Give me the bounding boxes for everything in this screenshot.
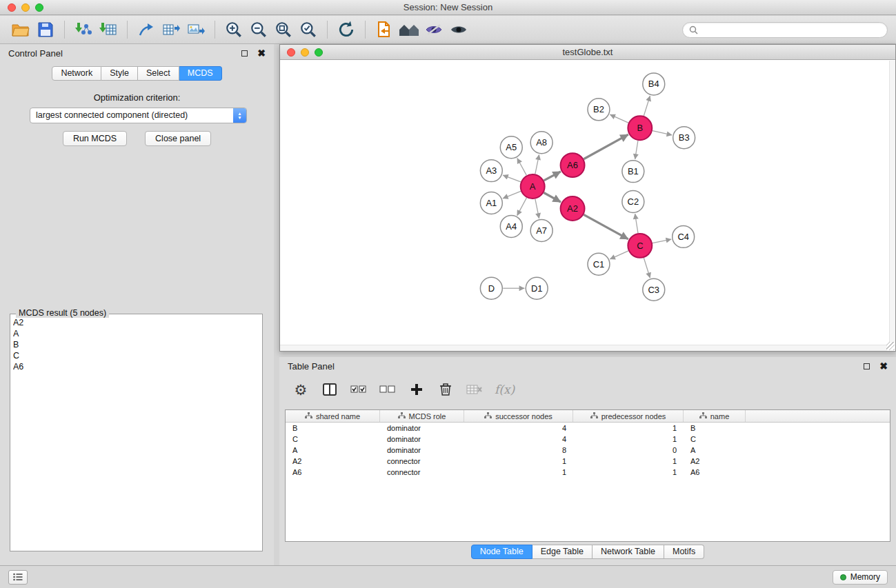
column-header-shared-name[interactable]: shared name — [286, 410, 380, 422]
graph-edge-B-B1[interactable] — [635, 141, 638, 159]
graph-node-A7[interactable]: A7 — [530, 219, 552, 241]
graph-node-A4[interactable]: A4 — [500, 215, 522, 237]
network-vertical-scrollbar[interactable] — [889, 61, 895, 343]
hide-graphics-details-button[interactable] — [421, 18, 446, 41]
run-mcds-button[interactable]: Run MCDS — [63, 131, 127, 146]
function-builder-button[interactable]: f(x) — [495, 380, 515, 399]
close-panel-button[interactable]: Close panel — [145, 131, 211, 146]
table-tab-network-table[interactable]: Network Table — [593, 545, 664, 559]
table-row-b[interactable]: Bdominator41B — [286, 423, 890, 434]
save-session-button[interactable] — [33, 18, 58, 41]
zoom-network-window-icon[interactable] — [315, 48, 323, 57]
column-header-successor-nodes[interactable]: successor nodes — [464, 410, 573, 422]
graph-edge-A2-C[interactable] — [584, 214, 628, 239]
graph-edge-A-A5[interactable] — [517, 158, 527, 175]
zoom-window-icon[interactable] — [35, 3, 43, 12]
task-history-button[interactable] — [8, 570, 28, 585]
export-table-button[interactable] — [159, 18, 183, 41]
search-input[interactable] — [702, 25, 881, 34]
search-box[interactable] — [682, 22, 888, 38]
graph-edge-A-A1[interactable] — [503, 191, 521, 198]
home-button[interactable] — [397, 18, 421, 41]
graph-edge-C-C2[interactable] — [635, 214, 638, 233]
show-columns-button[interactable] — [321, 380, 339, 399]
graph-node-C2[interactable]: C2 — [622, 191, 644, 213]
table-tab-edge-table[interactable]: Edge Table — [532, 545, 593, 559]
graph-node-A8[interactable]: A8 — [530, 132, 552, 154]
graph-edge-B-B2[interactable] — [610, 114, 628, 123]
zoom-out-button[interactable] — [246, 18, 271, 41]
close-window-icon[interactable] — [8, 3, 16, 12]
column-header-mcds-role[interactable]: MCDS role — [380, 410, 464, 422]
minimize-window-icon[interactable] — [21, 3, 30, 12]
delete-table-button[interactable] — [466, 380, 484, 399]
network-graph[interactable]: B4B2BB3A5A8A6A3B1AC2A1A2A4A7C4CC1C3DD1 — [280, 61, 895, 351]
import-table-button[interactable] — [96, 18, 121, 41]
close-table-panel-icon[interactable]: ✖ — [879, 362, 888, 370]
table-settings-button[interactable]: ⚙ — [292, 380, 310, 399]
graph-edge-B-B3[interactable] — [653, 131, 672, 135]
graph-edge-A-A6[interactable] — [544, 172, 560, 181]
table-row-c[interactable]: Cdominator41C — [286, 434, 890, 445]
table-tab-motifs[interactable]: Motifs — [664, 545, 704, 559]
close-network-window-icon[interactable] — [287, 48, 295, 57]
import-network-button[interactable] — [71, 18, 96, 41]
graph-node-D[interactable]: D — [480, 277, 502, 299]
zoom-in-button[interactable] — [221, 18, 246, 41]
graph-node-D1[interactable]: D1 — [526, 277, 548, 299]
graph-edge-A-A2[interactable] — [544, 192, 561, 202]
close-panel-icon[interactable]: ✖ — [257, 49, 266, 57]
result-item-c[interactable]: C — [13, 350, 261, 361]
mcds-result-list[interactable]: A2ABCA6 — [13, 317, 261, 549]
column-header-predecessor-nodes[interactable]: predecessor nodes — [573, 410, 684, 422]
graph-edge-A-A8[interactable] — [535, 154, 539, 174]
column-header-name[interactable]: name — [684, 410, 746, 422]
table-row-a[interactable]: Adominator80A — [286, 445, 890, 456]
result-item-a[interactable]: A — [13, 328, 261, 339]
add-column-button[interactable] — [408, 380, 426, 399]
table-tab-node-table[interactable]: Node Table — [471, 545, 532, 559]
graph-node-B4[interactable]: B4 — [643, 73, 665, 95]
float-panel-icon[interactable] — [241, 50, 248, 57]
open-session-button[interactable] — [8, 18, 33, 41]
first-neighbors-button[interactable] — [134, 18, 159, 41]
tab-style[interactable]: Style — [101, 66, 138, 81]
graph-node-A6[interactable]: A6 — [561, 153, 585, 177]
zoom-fit-button[interactable] — [271, 18, 296, 41]
graph-node-B1[interactable]: B1 — [622, 161, 644, 183]
graph-node-B[interactable]: B — [628, 116, 652, 140]
result-item-a2[interactable]: A2 — [13, 317, 261, 328]
graph-edge-C-C3[interactable] — [644, 258, 650, 278]
network-report-button[interactable] — [372, 18, 397, 41]
export-image-button[interactable] — [183, 18, 208, 41]
graph-node-C4[interactable]: C4 — [673, 225, 695, 247]
table-row-a2[interactable]: A2connector11A2 — [286, 456, 890, 467]
show-graphics-details-button[interactable] — [446, 18, 471, 41]
resize-handle-icon[interactable] — [886, 342, 895, 350]
graph-edge-B-B4[interactable] — [644, 96, 650, 116]
memory-button[interactable]: Memory — [833, 570, 888, 585]
graph-edge-A6-B[interactable] — [584, 134, 628, 159]
select-all-button[interactable] — [350, 380, 368, 399]
graph-node-A5[interactable]: A5 — [500, 136, 522, 159]
graph-node-C3[interactable]: C3 — [643, 278, 665, 301]
tab-mcds[interactable]: MCDS — [179, 66, 222, 81]
graph-edge-A-A4[interactable] — [517, 198, 527, 216]
result-item-b[interactable]: B — [13, 339, 261, 350]
table-row-a6[interactable]: A6connector11A6 — [286, 467, 890, 478]
tab-select[interactable]: Select — [138, 66, 179, 81]
graph-node-A[interactable]: A — [521, 174, 545, 199]
graph-node-B3[interactable]: B3 — [673, 127, 695, 149]
graph-node-B2[interactable]: B2 — [588, 99, 610, 121]
network-canvas[interactable]: B4B2BB3A5A8A6A3B1AC2A1A2A4A7C4CC1C3DD1 — [280, 61, 895, 351]
graph-edge-A-A7[interactable] — [535, 199, 539, 219]
criterion-dropdown[interactable]: largest connected component (directed) ▲… — [30, 108, 247, 123]
zoom-selected-button[interactable] — [296, 18, 321, 41]
graph-edge-C-C1[interactable] — [610, 251, 628, 259]
graph-node-C1[interactable]: C1 — [588, 253, 610, 275]
float-table-panel-icon[interactable] — [864, 363, 870, 369]
graph-node-C[interactable]: C — [628, 234, 652, 258]
graph-edge-C-C4[interactable] — [653, 239, 671, 243]
graph-node-A2[interactable]: A2 — [561, 196, 585, 221]
minimize-network-window-icon[interactable] — [301, 48, 309, 57]
